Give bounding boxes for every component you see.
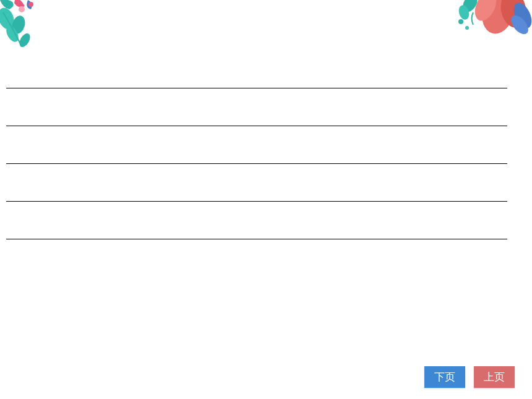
writing-line — [6, 88, 507, 126]
svg-point-5 — [28, 2, 33, 7]
prev-page-button[interactable]: 上页 — [474, 366, 515, 388]
next-page-button[interactable]: 下页 — [424, 366, 465, 388]
svg-point-4 — [19, 6, 25, 12]
content-area — [6, 65, 507, 239]
writing-line — [6, 126, 507, 164]
floral-decoration-right-icon — [455, 0, 532, 46]
floral-decoration-left-icon — [0, 0, 53, 59]
writing-lines-section — [6, 77, 507, 239]
navigation-buttons: 下页 上页 — [424, 366, 515, 388]
writing-line — [6, 202, 507, 239]
writing-line — [6, 164, 507, 202]
svg-point-14 — [465, 26, 469, 30]
svg-point-13 — [458, 19, 463, 24]
svg-point-3 — [17, 32, 32, 49]
writing-line — [6, 77, 507, 88]
